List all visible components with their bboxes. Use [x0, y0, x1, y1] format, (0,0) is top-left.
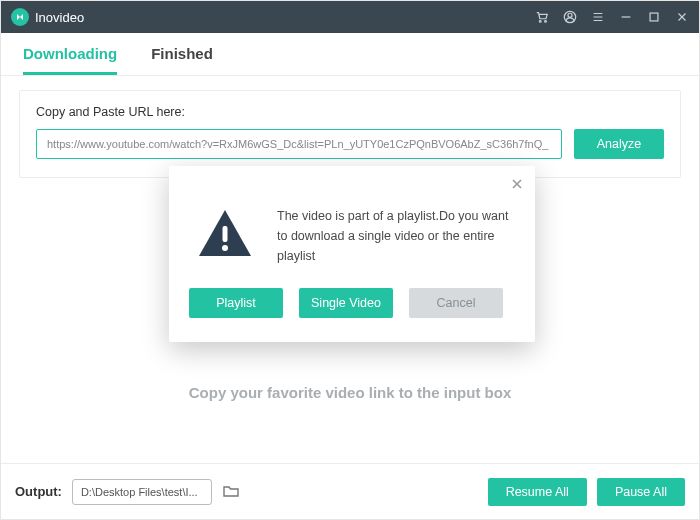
close-icon[interactable]: [675, 10, 689, 24]
playlist-dialog: The video is part of a playlist.Do you w…: [169, 166, 535, 342]
tab-finished[interactable]: Finished: [151, 45, 213, 75]
url-label: Copy and Paste URL here:: [36, 105, 664, 119]
svg-point-1: [545, 21, 547, 23]
svg-rect-5: [223, 226, 228, 242]
analyze-button[interactable]: Analyze: [574, 129, 664, 159]
brand: Inovideo: [11, 8, 84, 26]
titlebar-actions: [535, 10, 689, 24]
resume-all-button[interactable]: Resume All: [488, 478, 587, 506]
app-window: Inovideo Downloading Finished Copy and P…: [0, 0, 700, 520]
app-logo-icon: [11, 8, 29, 26]
svg-rect-4: [650, 13, 658, 21]
output-label: Output:: [15, 484, 62, 499]
playlist-button[interactable]: Playlist: [189, 288, 283, 318]
empty-hint: Copy your favorite video link to the inp…: [1, 384, 699, 401]
folder-icon[interactable]: [222, 482, 242, 502]
minimize-icon[interactable]: [619, 10, 633, 24]
url-input[interactable]: [36, 129, 562, 159]
output-path-input[interactable]: [72, 479, 212, 505]
svg-point-6: [222, 245, 228, 251]
titlebar: Inovideo: [1, 1, 699, 33]
menu-icon[interactable]: [591, 10, 605, 24]
tab-downloading[interactable]: Downloading: [23, 45, 117, 75]
cancel-button[interactable]: Cancel: [409, 288, 503, 318]
dialog-message: The video is part of a playlist.Do you w…: [277, 206, 509, 266]
user-icon[interactable]: [563, 10, 577, 24]
tabs: Downloading Finished: [1, 33, 699, 76]
single-video-button[interactable]: Single Video: [299, 288, 393, 318]
maximize-icon[interactable]: [647, 10, 661, 24]
bottombar: Output: Resume All Pause All: [1, 463, 699, 519]
url-card: Copy and Paste URL here: Analyze: [19, 90, 681, 178]
dialog-body: The video is part of a playlist.Do you w…: [169, 166, 535, 282]
dialog-actions: Playlist Single Video Cancel: [169, 282, 535, 342]
app-title: Inovideo: [35, 10, 84, 25]
svg-point-0: [539, 21, 541, 23]
dialog-close-icon[interactable]: [511, 176, 525, 190]
pause-all-button[interactable]: Pause All: [597, 478, 685, 506]
svg-point-2: [568, 13, 572, 17]
url-row: Analyze: [36, 129, 664, 159]
cart-icon[interactable]: [535, 10, 549, 24]
warning-icon: [195, 206, 255, 266]
